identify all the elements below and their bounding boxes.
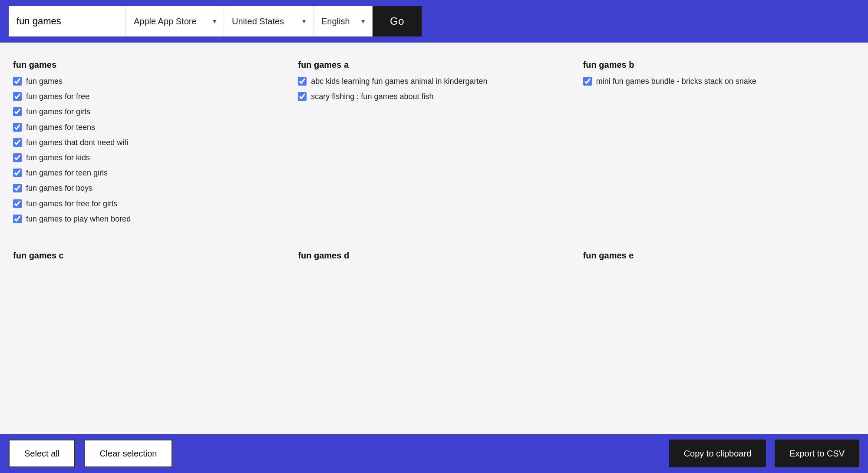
group-fun-games-e: fun games e xyxy=(583,251,855,267)
keyword-label: fun games for boys xyxy=(26,183,92,194)
group-fun-games-e-heading: fun games e xyxy=(583,251,855,261)
go-button[interactable]: Go xyxy=(373,6,422,36)
keyword-label: mini fun games bundle - bricks stack on … xyxy=(596,76,756,87)
keyword-checkbox[interactable] xyxy=(583,77,592,86)
keyword-checkbox[interactable] xyxy=(13,92,22,101)
group-fun-games-c: fun games c xyxy=(13,251,285,267)
keyword-checkbox[interactable] xyxy=(13,215,22,223)
list-item[interactable]: scary fishing : fun games about fish xyxy=(298,91,570,102)
keyword-label: fun games xyxy=(26,76,63,87)
keyword-checkbox[interactable] xyxy=(298,92,307,101)
list-item[interactable]: fun games xyxy=(13,76,285,87)
group-fun-games-a: fun games aabc kids learning fun games a… xyxy=(298,60,570,229)
list-item[interactable]: fun games that dont need wifi xyxy=(13,137,285,148)
keyword-checkbox[interactable] xyxy=(13,153,22,162)
keyword-label: fun games that dont need wifi xyxy=(26,137,128,148)
group-fun-games-b: fun games bmini fun games bundle - brick… xyxy=(583,60,855,229)
group-fun-games-heading: fun games xyxy=(13,60,285,70)
country-select[interactable]: United States United Kingdom Canada Aust… xyxy=(224,6,313,36)
list-item[interactable]: fun games for teens xyxy=(13,122,285,133)
select-all-button[interactable]: Select all xyxy=(9,440,75,467)
copy-to-clipboard-button[interactable]: Copy to clipboard xyxy=(669,440,766,467)
header-bar: Apple App Store Google Play Store ▼ Unit… xyxy=(0,0,868,43)
export-to-csv-button[interactable]: Export to CSV xyxy=(775,440,859,467)
keyword-label: fun games to play when bored xyxy=(26,214,131,225)
bottom-bar: Select all Clear selection Copy to clipb… xyxy=(0,434,868,472)
keyword-checkbox[interactable] xyxy=(298,77,307,86)
keyword-label: fun games for free xyxy=(26,91,89,102)
list-item[interactable]: fun games for girls xyxy=(13,106,285,117)
list-item[interactable]: abc kids learning fun games animal in ki… xyxy=(298,76,570,87)
list-item[interactable]: fun games to play when bored xyxy=(13,214,285,225)
clear-selection-button[interactable]: Clear selection xyxy=(84,440,172,467)
main-content: fun gamesfun gamesfun games for freefun … xyxy=(0,43,868,472)
list-item[interactable]: fun games for kids xyxy=(13,152,285,163)
group-fun-games-b-heading: fun games b xyxy=(583,60,855,70)
group-fun-games-a-heading: fun games a xyxy=(298,60,570,70)
search-input[interactable] xyxy=(9,6,126,36)
group-fun-games-d-heading: fun games d xyxy=(298,251,570,261)
keyword-grid: fun gamesfun gamesfun games for freefun … xyxy=(13,60,855,271)
keyword-checkbox[interactable] xyxy=(13,107,22,116)
list-item[interactable]: mini fun games bundle - bricks stack on … xyxy=(583,76,855,87)
keyword-label: scary fishing : fun games about fish xyxy=(311,91,433,102)
country-select-wrapper: United States United Kingdom Canada Aust… xyxy=(224,6,314,36)
list-item[interactable]: fun games for free xyxy=(13,91,285,102)
store-select-wrapper: Apple App Store Google Play Store ▼ xyxy=(126,6,224,36)
keyword-checkbox[interactable] xyxy=(13,184,22,192)
keyword-checkbox[interactable] xyxy=(13,199,22,208)
keyword-label: fun games for teen girls xyxy=(26,168,108,179)
store-select[interactable]: Apple App Store Google Play Store xyxy=(126,6,224,36)
group-fun-games: fun gamesfun gamesfun games for freefun … xyxy=(13,60,285,229)
keyword-label: fun games for teens xyxy=(26,122,95,133)
list-item[interactable]: fun games for teen girls xyxy=(13,168,285,179)
keyword-checkbox[interactable] xyxy=(13,123,22,132)
keyword-checkbox[interactable] xyxy=(13,77,22,86)
keyword-checkbox[interactable] xyxy=(13,138,22,147)
keyword-label: fun games for free for girls xyxy=(26,198,117,209)
group-fun-games-c-heading: fun games c xyxy=(13,251,285,261)
keyword-label: fun games for girls xyxy=(26,106,90,117)
list-item[interactable]: fun games for free for girls xyxy=(13,198,285,209)
list-item[interactable]: fun games for boys xyxy=(13,183,285,194)
keyword-label: abc kids learning fun games animal in ki… xyxy=(311,76,487,87)
keyword-checkbox[interactable] xyxy=(13,169,22,177)
group-fun-games-d: fun games d xyxy=(298,251,570,267)
keyword-label: fun games for kids xyxy=(26,152,90,163)
language-select-wrapper: English Spanish French German ▼ xyxy=(314,6,373,36)
language-select[interactable]: English Spanish French German xyxy=(314,6,372,36)
